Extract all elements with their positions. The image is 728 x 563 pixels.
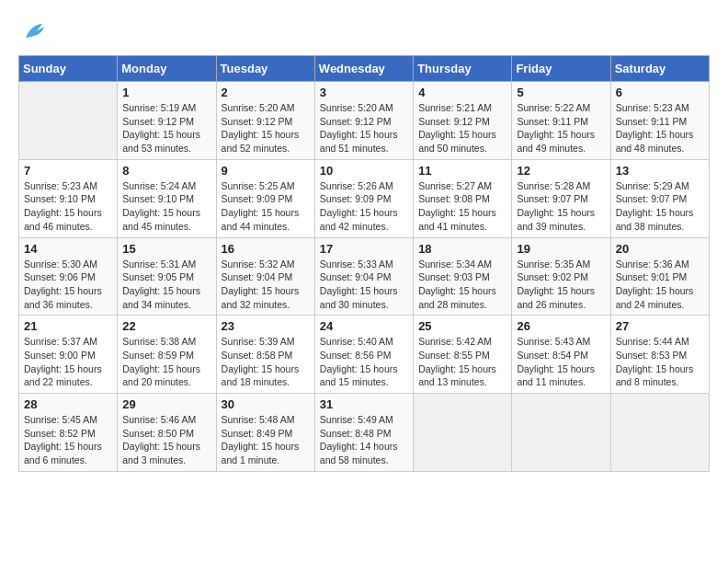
week-row-3: 14Sunrise: 5:30 AM Sunset: 9:06 PM Dayli…	[19, 237, 710, 316]
day-number: 8	[122, 164, 210, 178]
day-info: Sunrise: 5:38 AM Sunset: 8:59 PM Dayligh…	[122, 335, 210, 389]
day-info: Sunrise: 5:29 AM Sunset: 9:07 PM Dayligh…	[616, 179, 704, 234]
day-number: 22	[122, 319, 210, 333]
day-info: Sunrise: 5:30 AM Sunset: 9:06 PM Dayligh…	[24, 258, 112, 312]
day-info: Sunrise: 5:44 AM Sunset: 8:53 PM Dayligh…	[616, 335, 704, 389]
weekday-header-thursday: Thursday	[414, 56, 512, 82]
day-number: 14	[24, 242, 112, 256]
calendar-cell: 23Sunrise: 5:39 AM Sunset: 8:58 PM Dayli…	[216, 316, 314, 394]
calendar-cell: 9Sunrise: 5:25 AM Sunset: 9:09 PM Daylig…	[216, 159, 314, 237]
day-number: 12	[517, 164, 605, 178]
day-number: 28	[24, 397, 112, 411]
calendar-cell: 5Sunrise: 5:22 AM Sunset: 9:11 PM Daylig…	[512, 82, 610, 160]
day-info: Sunrise: 5:36 AM Sunset: 9:01 PM Dayligh…	[616, 258, 704, 312]
day-number: 1	[122, 86, 210, 99]
day-info: Sunrise: 5:20 AM Sunset: 9:12 PM Dayligh…	[222, 101, 310, 155]
day-number: 15	[122, 242, 210, 256]
calendar-cell: 10Sunrise: 5:26 AM Sunset: 9:09 PM Dayli…	[314, 159, 413, 237]
weekday-header-monday: Monday	[118, 56, 216, 82]
day-info: Sunrise: 5:42 AM Sunset: 8:55 PM Dayligh…	[418, 335, 506, 389]
day-number: 21	[24, 319, 112, 333]
day-number: 13	[616, 164, 704, 178]
calendar-cell: 26Sunrise: 5:43 AM Sunset: 8:54 PM Dayli…	[512, 316, 610, 394]
week-row-1: 1Sunrise: 5:19 AM Sunset: 9:12 PM Daylig…	[19, 82, 710, 160]
day-info: Sunrise: 5:22 AM Sunset: 9:11 PM Dayligh…	[517, 101, 605, 155]
day-info: Sunrise: 5:35 AM Sunset: 9:02 PM Dayligh…	[517, 258, 605, 312]
weekday-header-sunday: Sunday	[19, 56, 118, 82]
calendar-cell: 29Sunrise: 5:46 AM Sunset: 8:50 PM Dayli…	[118, 394, 216, 472]
calendar-cell: 2Sunrise: 5:20 AM Sunset: 9:12 PM Daylig…	[216, 82, 314, 160]
day-info: Sunrise: 5:25 AM Sunset: 9:09 PM Dayligh…	[222, 179, 310, 234]
calendar-cell: 17Sunrise: 5:33 AM Sunset: 9:04 PM Dayli…	[314, 237, 413, 316]
day-number: 20	[616, 242, 704, 256]
weekday-header-tuesday: Tuesday	[216, 56, 314, 82]
calendar-cell: 25Sunrise: 5:42 AM Sunset: 8:55 PM Dayli…	[414, 316, 512, 394]
day-number: 26	[517, 319, 605, 333]
day-info: Sunrise: 5:24 AM Sunset: 9:10 PM Dayligh…	[122, 179, 210, 234]
day-info: Sunrise: 5:23 AM Sunset: 9:10 PM Dayligh…	[24, 179, 112, 234]
calendar-cell: 7Sunrise: 5:23 AM Sunset: 9:10 PM Daylig…	[19, 159, 118, 237]
calendar-cell	[414, 394, 512, 472]
calendar-cell	[512, 394, 610, 472]
weekday-header-row: SundayMondayTuesdayWednesdayThursdayFrid…	[19, 56, 710, 82]
day-info: Sunrise: 5:49 AM Sunset: 8:48 PM Dayligh…	[320, 413, 408, 467]
week-row-2: 7Sunrise: 5:23 AM Sunset: 9:10 PM Daylig…	[19, 159, 710, 237]
day-number: 3	[320, 86, 408, 99]
day-info: Sunrise: 5:48 AM Sunset: 8:49 PM Dayligh…	[222, 413, 310, 467]
calendar-cell: 12Sunrise: 5:28 AM Sunset: 9:07 PM Dayli…	[512, 159, 610, 237]
day-number: 31	[320, 397, 408, 411]
day-number: 11	[418, 164, 506, 178]
day-info: Sunrise: 5:46 AM Sunset: 8:50 PM Dayligh…	[122, 413, 210, 467]
day-number: 29	[122, 397, 210, 411]
calendar-cell	[610, 394, 709, 472]
day-number: 27	[616, 319, 704, 333]
day-info: Sunrise: 5:19 AM Sunset: 9:12 PM Dayligh…	[122, 101, 210, 155]
weekday-header-wednesday: Wednesday	[314, 56, 413, 82]
day-number: 9	[222, 164, 310, 178]
day-number: 24	[320, 319, 408, 333]
calendar-cell: 1Sunrise: 5:19 AM Sunset: 9:12 PM Daylig…	[118, 82, 216, 160]
calendar-cell: 15Sunrise: 5:31 AM Sunset: 9:05 PM Dayli…	[118, 237, 216, 316]
day-number: 2	[222, 86, 310, 99]
day-number: 19	[517, 242, 605, 256]
day-info: Sunrise: 5:45 AM Sunset: 8:52 PM Dayligh…	[24, 413, 112, 467]
day-info: Sunrise: 5:33 AM Sunset: 9:04 PM Dayligh…	[320, 258, 408, 312]
day-info: Sunrise: 5:39 AM Sunset: 8:58 PM Dayligh…	[222, 335, 310, 389]
day-info: Sunrise: 5:20 AM Sunset: 9:12 PM Dayligh…	[320, 101, 408, 155]
day-number: 6	[616, 86, 704, 99]
calendar-table: SundayMondayTuesdayWednesdayThursdayFrid…	[18, 55, 710, 472]
day-number: 18	[418, 242, 506, 256]
day-info: Sunrise: 5:27 AM Sunset: 9:08 PM Dayligh…	[418, 179, 506, 234]
calendar-cell: 16Sunrise: 5:32 AM Sunset: 9:04 PM Dayli…	[216, 237, 314, 316]
day-number: 25	[418, 319, 506, 333]
calendar-cell: 13Sunrise: 5:29 AM Sunset: 9:07 PM Dayli…	[610, 159, 709, 237]
day-info: Sunrise: 5:21 AM Sunset: 9:12 PM Dayligh…	[418, 101, 506, 155]
calendar-cell: 8Sunrise: 5:24 AM Sunset: 9:10 PM Daylig…	[118, 159, 216, 237]
day-number: 4	[418, 86, 506, 99]
weekday-header-saturday: Saturday	[610, 56, 709, 82]
calendar-cell: 20Sunrise: 5:36 AM Sunset: 9:01 PM Dayli…	[610, 237, 709, 316]
calendar-cell: 21Sunrise: 5:37 AM Sunset: 9:00 PM Dayli…	[19, 316, 118, 394]
calendar-cell: 6Sunrise: 5:23 AM Sunset: 9:11 PM Daylig…	[610, 82, 709, 160]
calendar-cell: 11Sunrise: 5:27 AM Sunset: 9:08 PM Dayli…	[414, 159, 512, 237]
calendar-cell: 18Sunrise: 5:34 AM Sunset: 9:03 PM Dayli…	[414, 237, 512, 316]
day-number: 10	[320, 164, 408, 178]
calendar-cell: 22Sunrise: 5:38 AM Sunset: 8:59 PM Dayli…	[118, 316, 216, 394]
day-number: 30	[222, 397, 310, 411]
day-info: Sunrise: 5:23 AM Sunset: 9:11 PM Dayligh…	[616, 101, 704, 155]
calendar-cell: 31Sunrise: 5:49 AM Sunset: 8:48 PM Dayli…	[314, 394, 413, 472]
day-info: Sunrise: 5:34 AM Sunset: 9:03 PM Dayligh…	[418, 258, 506, 312]
day-info: Sunrise: 5:28 AM Sunset: 9:07 PM Dayligh…	[517, 179, 605, 234]
day-info: Sunrise: 5:26 AM Sunset: 9:09 PM Dayligh…	[320, 179, 408, 234]
day-number: 7	[24, 164, 112, 178]
calendar-cell: 30Sunrise: 5:48 AM Sunset: 8:49 PM Dayli…	[216, 394, 314, 472]
day-info: Sunrise: 5:37 AM Sunset: 9:00 PM Dayligh…	[24, 335, 112, 389]
day-number: 16	[222, 242, 310, 256]
calendar-cell: 24Sunrise: 5:40 AM Sunset: 8:56 PM Dayli…	[314, 316, 413, 394]
calendar-cell: 4Sunrise: 5:21 AM Sunset: 9:12 PM Daylig…	[414, 82, 512, 160]
week-row-4: 21Sunrise: 5:37 AM Sunset: 9:00 PM Dayli…	[19, 316, 710, 394]
day-number: 5	[517, 86, 605, 99]
day-number: 17	[320, 242, 408, 256]
calendar-cell: 28Sunrise: 5:45 AM Sunset: 8:52 PM Dayli…	[19, 394, 118, 472]
calendar-cell: 19Sunrise: 5:35 AM Sunset: 9:02 PM Dayli…	[512, 237, 610, 316]
